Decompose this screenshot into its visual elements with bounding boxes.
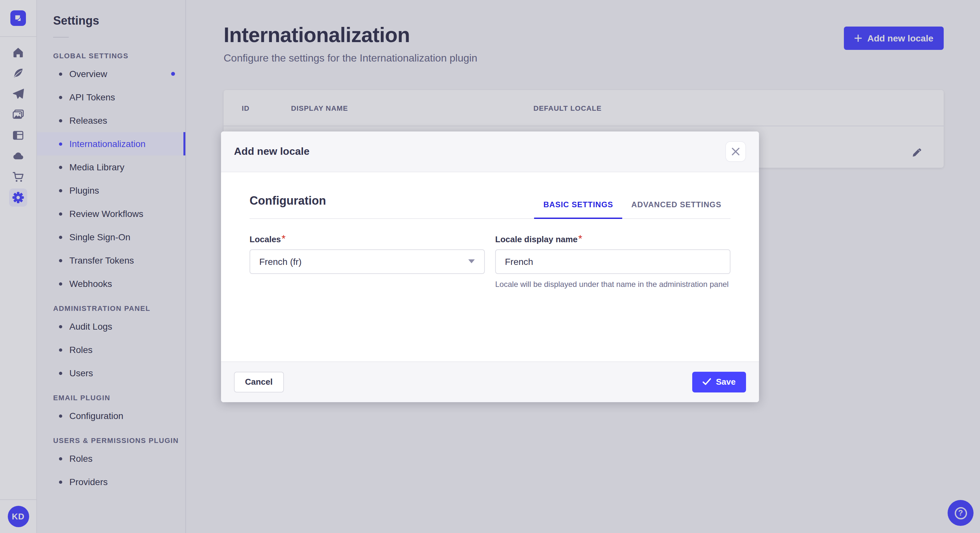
required-asterisk: *	[578, 233, 582, 244]
locales-select[interactable]: French (fr)	[250, 249, 485, 274]
tab-basic-settings[interactable]: BASIC SETTINGS	[535, 200, 622, 219]
locales-field: Locales* French (fr)	[250, 233, 485, 290]
tab-advanced-settings[interactable]: ADVANCED SETTINGS	[622, 200, 730, 218]
required-asterisk: *	[282, 233, 285, 244]
modal-title: Add new locale	[234, 145, 310, 157]
locales-label: Locales	[250, 234, 281, 244]
modal-footer: Cancel Save	[221, 361, 759, 402]
close-icon	[732, 148, 740, 155]
strapi-admin-app: KD Settings GLOBAL SETTINGS Overview API…	[0, 0, 980, 533]
chevron-down-icon	[468, 259, 475, 263]
check-icon	[702, 378, 711, 385]
modal-body: Configuration BASIC SETTINGS ADVANCED SE…	[221, 172, 759, 361]
save-button[interactable]: Save	[692, 371, 746, 392]
display-name-help-text: Locale will be displayed under that name…	[495, 279, 730, 290]
modal-header: Add new locale	[221, 131, 759, 172]
cancel-button[interactable]: Cancel	[234, 371, 283, 392]
configuration-title: Configuration	[250, 194, 326, 218]
add-locale-modal: Add new locale Configuration BASIC SETTI…	[221, 131, 759, 402]
display-name-input[interactable]	[495, 249, 730, 274]
settings-tabs: BASIC SETTINGS ADVANCED SETTINGS	[535, 200, 730, 218]
display-name-field: Locale display name* Locale will be disp…	[495, 233, 730, 290]
locales-select-value: French (fr)	[259, 256, 302, 266]
close-modal-button[interactable]	[725, 141, 746, 162]
display-name-label: Locale display name	[495, 234, 578, 244]
configuration-header-row: Configuration BASIC SETTINGS ADVANCED SE…	[250, 194, 730, 219]
locale-form-row: Locales* French (fr) Locale display name…	[250, 233, 730, 290]
